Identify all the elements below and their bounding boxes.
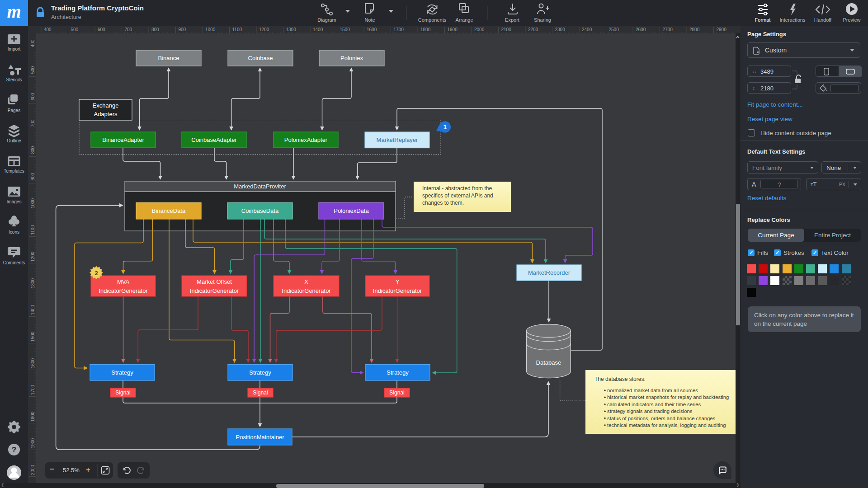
svg-text:1500: 1500 bbox=[30, 331, 35, 342]
svg-text:Internal - abstracted from the: Internal - abstracted from the bbox=[422, 185, 492, 192]
svg-text:800: 800 bbox=[30, 146, 35, 154]
svg-text:X: X bbox=[304, 278, 308, 285]
svg-text:2900: 2900 bbox=[717, 27, 727, 32]
svg-text:2400: 2400 bbox=[582, 27, 592, 32]
svg-text:1000: 1000 bbox=[30, 198, 35, 208]
svg-text:MVA: MVA bbox=[117, 278, 130, 285]
svg-text:Adapters: Adapters bbox=[94, 111, 118, 117]
svg-text:Market Offset: Market Offset bbox=[197, 278, 232, 285]
svg-text:1300: 1300 bbox=[286, 27, 297, 32]
svg-text:BinanceData: BinanceData bbox=[152, 207, 186, 214]
svg-text:800: 800 bbox=[151, 27, 159, 32]
svg-text:Signal: Signal bbox=[253, 389, 268, 396]
svg-text:1900: 1900 bbox=[30, 438, 35, 448]
svg-text:1100: 1100 bbox=[232, 27, 242, 32]
svg-text:IndicatorGenerator: IndicatorGenerator bbox=[282, 287, 331, 294]
svg-text:specifics of external APIs and: specifics of external APIs and bbox=[422, 192, 493, 199]
svg-text:strategy signals and trading d: strategy signals and trading decisions bbox=[607, 408, 693, 414]
svg-text:700: 700 bbox=[125, 27, 132, 32]
svg-text:400: 400 bbox=[30, 39, 35, 47]
svg-text:Strategy: Strategy bbox=[111, 369, 133, 376]
svg-text:PositionMaintainer: PositionMaintainer bbox=[236, 434, 285, 441]
svg-text:Y: Y bbox=[396, 278, 400, 285]
svg-text:1700: 1700 bbox=[30, 385, 35, 395]
svg-text:MarketRecorder: MarketRecorder bbox=[528, 269, 571, 276]
svg-text:1200: 1200 bbox=[30, 251, 35, 262]
svg-text:1000: 1000 bbox=[205, 27, 216, 32]
svg-text:PoloniexAdapter: PoloniexAdapter bbox=[284, 136, 328, 143]
svg-text:1700: 1700 bbox=[394, 27, 404, 32]
svg-text:1500: 1500 bbox=[340, 27, 350, 32]
svg-text:1400: 1400 bbox=[30, 305, 35, 315]
svg-text:500: 500 bbox=[30, 66, 35, 74]
svg-text:historical market snapshots fo: historical market snapshots for replay a… bbox=[607, 394, 729, 400]
svg-text:1800: 1800 bbox=[30, 411, 35, 422]
svg-text:technical metadata for analysi: technical metadata for analysis, logging… bbox=[607, 422, 726, 428]
svg-text:1300: 1300 bbox=[30, 278, 35, 288]
svg-text:CoinbaseData: CoinbaseData bbox=[241, 207, 279, 214]
svg-text:900: 900 bbox=[30, 173, 35, 180]
svg-text:Exchange: Exchange bbox=[93, 102, 119, 109]
svg-text:IndicatorGenerator: IndicatorGenerator bbox=[373, 287, 422, 294]
svg-text:900: 900 bbox=[179, 27, 186, 32]
svg-text:2600: 2600 bbox=[636, 27, 646, 32]
svg-text:Signal: Signal bbox=[389, 389, 404, 396]
svg-text:1900: 1900 bbox=[448, 27, 458, 32]
svg-text:2: 2 bbox=[94, 270, 98, 277]
svg-text:changes to them.: changes to them. bbox=[422, 200, 464, 206]
svg-text:BinanceAdapter: BinanceAdapter bbox=[102, 136, 144, 143]
svg-text:Database: Database bbox=[536, 359, 561, 366]
svg-text:IndicatorGenerator: IndicatorGenerator bbox=[190, 287, 239, 294]
svg-text:400: 400 bbox=[44, 27, 52, 32]
svg-text:?: ? bbox=[12, 446, 16, 454]
svg-text:The database stores:: The database stores: bbox=[594, 376, 646, 382]
svg-text:Strategy: Strategy bbox=[249, 369, 271, 376]
svg-text:2700: 2700 bbox=[663, 27, 673, 32]
svg-text:2200: 2200 bbox=[528, 27, 538, 32]
svg-text:700: 700 bbox=[30, 119, 35, 127]
svg-text:1100: 1100 bbox=[30, 225, 35, 235]
svg-text:2000: 2000 bbox=[474, 27, 485, 32]
svg-text:MarkedDataProviter: MarkedDataProviter bbox=[234, 183, 286, 190]
svg-text:calculated indicators and thei: calculated indicators and their time ser… bbox=[607, 402, 701, 407]
svg-text:1800: 1800 bbox=[420, 27, 431, 32]
svg-text:2300: 2300 bbox=[555, 27, 566, 32]
svg-text:Strategy: Strategy bbox=[387, 369, 409, 376]
svg-text:Coinbase: Coinbase bbox=[248, 55, 273, 61]
svg-text:1600: 1600 bbox=[367, 27, 377, 32]
svg-text:Signal: Signal bbox=[115, 389, 130, 396]
svg-text:500: 500 bbox=[71, 27, 79, 32]
svg-text:2500: 2500 bbox=[609, 27, 619, 32]
svg-text:normalized market data from al: normalized market data from all sources bbox=[607, 388, 698, 393]
svg-text:status of positions, orders an: status of positions, orders and balance … bbox=[607, 416, 716, 421]
svg-text:PoloniexData: PoloniexData bbox=[334, 207, 369, 214]
svg-text:600: 600 bbox=[30, 93, 35, 100]
svg-text:2800: 2800 bbox=[689, 27, 700, 32]
svg-text:CoinbaseAdapter: CoinbaseAdapter bbox=[191, 136, 237, 143]
svg-text:IndicatorGenerator: IndicatorGenerator bbox=[99, 287, 148, 294]
svg-text:2100: 2100 bbox=[501, 27, 512, 32]
svg-text:MarketReplayer: MarketReplayer bbox=[377, 136, 418, 143]
svg-text:1: 1 bbox=[443, 123, 447, 131]
svg-text:Binance: Binance bbox=[158, 55, 179, 61]
svg-text:600: 600 bbox=[98, 27, 105, 32]
svg-text:Poloniex: Poloniex bbox=[340, 55, 363, 61]
svg-text:2000: 2000 bbox=[30, 465, 35, 475]
svg-text:1400: 1400 bbox=[313, 27, 323, 32]
svg-text:1200: 1200 bbox=[259, 27, 269, 32]
svg-text:1600: 1600 bbox=[30, 358, 35, 368]
